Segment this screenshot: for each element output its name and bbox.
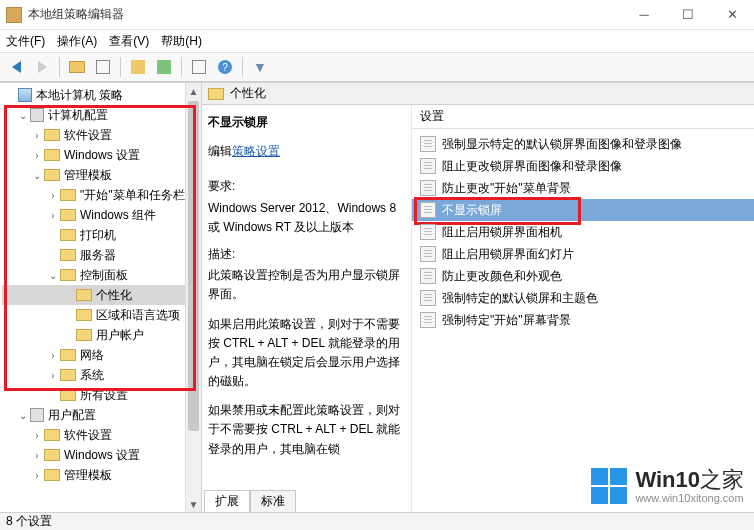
policy-icon bbox=[18, 88, 32, 102]
arrow-left-icon bbox=[12, 61, 21, 73]
export-icon bbox=[157, 60, 171, 74]
tree-root[interactable]: ▶本地计算机 策略 bbox=[2, 85, 201, 105]
tree-windows-settings[interactable]: ›Windows 设置 bbox=[2, 145, 201, 165]
policy-item-icon bbox=[420, 158, 436, 174]
config-icon bbox=[30, 108, 44, 122]
tab-standard[interactable]: 标准 bbox=[250, 490, 296, 512]
policy-item-icon bbox=[420, 224, 436, 240]
setting-item-selected[interactable]: 不显示锁屏 bbox=[412, 199, 754, 221]
details-title: 个性化 bbox=[230, 85, 266, 102]
tree-u-software-settings[interactable]: ›软件设置 bbox=[2, 425, 201, 445]
maximize-button[interactable]: ☐ bbox=[666, 0, 710, 30]
config-icon bbox=[30, 408, 44, 422]
tree-all-settings[interactable]: ›所有设置 bbox=[2, 385, 201, 405]
menu-help[interactable]: 帮助(H) bbox=[161, 33, 202, 50]
filter-icon: ▼ bbox=[253, 59, 267, 75]
tree-scrollbar[interactable]: ▲ ▼ bbox=[185, 83, 201, 512]
forward-button[interactable] bbox=[30, 55, 54, 79]
tree-region-language[interactable]: ›区域和语言选项 bbox=[2, 305, 201, 325]
folder-icon bbox=[208, 88, 224, 100]
filter-button[interactable]: ▼ bbox=[248, 55, 272, 79]
status-text: 8 个设置 bbox=[6, 513, 52, 530]
setting-item[interactable]: 防止更改"开始"菜单背景 bbox=[412, 177, 754, 199]
description-column: 不显示锁屏 编辑策略设置 要求: Windows Server 2012、Win… bbox=[202, 105, 412, 512]
folder-icon bbox=[60, 389, 76, 401]
folder-icon bbox=[60, 209, 76, 221]
tree-u-windows-settings[interactable]: ›Windows 设置 bbox=[2, 445, 201, 465]
folder-icon bbox=[60, 189, 76, 201]
setting-item[interactable]: 阻止更改锁屏界面图像和登录图像 bbox=[412, 155, 754, 177]
folder-icon bbox=[60, 229, 76, 241]
settings-column-header: 设置 bbox=[420, 108, 444, 125]
req-label: 要求: bbox=[208, 177, 403, 196]
tree-network[interactable]: ›网络 bbox=[2, 345, 201, 365]
setting-item[interactable]: 强制特定"开始"屏幕背景 bbox=[412, 309, 754, 331]
folder-icon bbox=[76, 329, 92, 341]
tree-personalization[interactable]: ›个性化 bbox=[2, 285, 201, 305]
export-button[interactable] bbox=[152, 55, 176, 79]
tab-extended[interactable]: 扩展 bbox=[204, 490, 250, 512]
tree-u-admin-templates[interactable]: ›管理模板 bbox=[2, 465, 201, 485]
desc-text-3: 如果禁用或未配置此策略设置，则对于不需要按 CTRL + ALT + DEL 就… bbox=[208, 401, 403, 459]
scroll-down-button[interactable]: ▼ bbox=[186, 496, 201, 512]
tree-start-taskbar[interactable]: ›"开始"菜单和任务栏 bbox=[2, 185, 201, 205]
tree-server[interactable]: ›服务器 bbox=[2, 245, 201, 265]
scroll-up-button[interactable]: ▲ bbox=[186, 83, 201, 99]
desc-label: 描述: bbox=[208, 245, 403, 264]
policy-name: 不显示锁屏 bbox=[208, 113, 403, 132]
folder-icon bbox=[44, 429, 60, 441]
menu-action[interactable]: 操作(A) bbox=[57, 33, 97, 50]
back-button[interactable] bbox=[4, 55, 28, 79]
help-icon: ? bbox=[218, 60, 232, 74]
toolbar-separator bbox=[120, 57, 121, 77]
setting-item[interactable]: 阻止启用锁屏界面幻灯片 bbox=[412, 243, 754, 265]
close-button[interactable]: ✕ bbox=[710, 0, 754, 30]
settings-list-column: 设置 强制显示特定的默认锁屏界面图像和登录图像 阻止更改锁屏界面图像和登录图像 … bbox=[412, 105, 754, 512]
folder-icon bbox=[76, 289, 92, 301]
titlebar: 本地组策略编辑器 ─ ☐ ✕ bbox=[0, 0, 754, 30]
policy-item-icon bbox=[420, 136, 436, 152]
tree-admin-templates[interactable]: ⌄管理模板 bbox=[2, 165, 201, 185]
minimize-button[interactable]: ─ bbox=[622, 0, 666, 30]
desc-text-1: 此策略设置控制是否为用户显示锁屏界面。 bbox=[208, 266, 403, 304]
tree-control-panel[interactable]: ⌄控制面板 bbox=[2, 265, 201, 285]
show-hide-tree-button[interactable] bbox=[91, 55, 115, 79]
edit-policy-link[interactable]: 策略设置 bbox=[232, 142, 280, 161]
toolbar: ? ▼ bbox=[0, 52, 754, 82]
menu-view[interactable]: 查看(V) bbox=[109, 33, 149, 50]
setting-item[interactable]: 防止更改颜色和外观色 bbox=[412, 265, 754, 287]
desc-text-2: 如果启用此策略设置，则对于不需要按 CTRL + ALT + DEL 就能登录的… bbox=[208, 315, 403, 392]
list-header[interactable]: 设置 bbox=[412, 105, 754, 129]
folder-icon bbox=[44, 169, 60, 181]
tree-system[interactable]: ›系统 bbox=[2, 365, 201, 385]
setting-item[interactable]: 强制显示特定的默认锁屏界面图像和登录图像 bbox=[412, 133, 754, 155]
policy-item-icon bbox=[420, 202, 436, 218]
tree-printers[interactable]: ›打印机 bbox=[2, 225, 201, 245]
folder-icon bbox=[76, 309, 92, 321]
tree-pane[interactable]: ▶本地计算机 策略 ⌄计算机配置 ›软件设置 ›Windows 设置 ⌄管理模板… bbox=[0, 83, 202, 512]
refresh-icon bbox=[131, 60, 145, 74]
setting-item[interactable]: 强制特定的默认锁屏和主题色 bbox=[412, 287, 754, 309]
tree-user-config[interactable]: ⌄用户配置 bbox=[2, 405, 201, 425]
window-title: 本地组策略编辑器 bbox=[28, 6, 622, 23]
folder-icon bbox=[44, 149, 60, 161]
req-text: Windows Server 2012、Windows 8 或 Windows … bbox=[208, 199, 403, 237]
tree-computer-config[interactable]: ⌄计算机配置 bbox=[2, 105, 201, 125]
folder-icon bbox=[60, 369, 76, 381]
up-button[interactable] bbox=[65, 55, 89, 79]
setting-item[interactable]: 阻止启用锁屏界面相机 bbox=[412, 221, 754, 243]
help-button[interactable]: ? bbox=[213, 55, 237, 79]
details-pane: 个性化 不显示锁屏 编辑策略设置 要求: Windows Server 2012… bbox=[202, 83, 754, 512]
edit-prefix: 编辑 bbox=[208, 144, 232, 158]
tree-icon bbox=[96, 60, 110, 74]
scroll-thumb[interactable] bbox=[188, 101, 199, 431]
menu-file[interactable]: 文件(F) bbox=[6, 33, 45, 50]
properties-icon bbox=[192, 60, 206, 74]
tree-windows-components[interactable]: ›Windows 组件 bbox=[2, 205, 201, 225]
folder-icon bbox=[44, 129, 60, 141]
tree-user-accounts[interactable]: ›用户帐户 bbox=[2, 325, 201, 345]
refresh-button[interactable] bbox=[126, 55, 150, 79]
policy-item-icon bbox=[420, 246, 436, 262]
tree-software-settings[interactable]: ›软件设置 bbox=[2, 125, 201, 145]
properties-button[interactable] bbox=[187, 55, 211, 79]
